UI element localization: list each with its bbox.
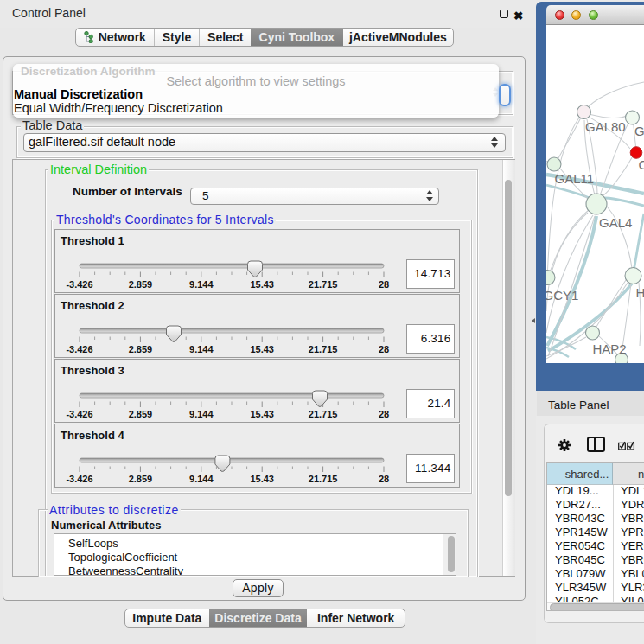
svg-text:15.43: 15.43: [250, 409, 274, 419]
svg-text:GAL4: GAL4: [599, 215, 632, 230]
svg-text:21.715: 21.715: [309, 279, 338, 290]
svg-text:GAL11: GAL11: [555, 171, 595, 186]
svg-text:9.144: 9.144: [189, 279, 214, 290]
svg-text:-3.426: -3.426: [66, 474, 92, 484]
svg-text:21.715: 21.715: [309, 344, 338, 354]
svg-text:C: C: [639, 157, 644, 172]
svg-text:15.43: 15.43: [250, 474, 274, 484]
svg-text:GAL80: GAL80: [585, 119, 626, 134]
svg-text:HA: HA: [636, 285, 644, 300]
svg-text:15.43: 15.43: [250, 279, 274, 290]
svg-text:15.43: 15.43: [250, 344, 274, 354]
svg-text:28: 28: [379, 344, 389, 354]
svg-text:2.859: 2.859: [129, 409, 153, 419]
svg-text:9.144: 9.144: [189, 474, 214, 484]
svg-text:2.859: 2.859: [129, 344, 153, 354]
svg-text:GCY1: GCY1: [546, 288, 578, 303]
svg-text:-3.426: -3.426: [66, 409, 92, 419]
svg-text:GA: GA: [634, 124, 644, 138]
svg-text:28: 28: [379, 409, 389, 419]
svg-text:28: 28: [379, 279, 389, 290]
svg-text:9.144: 9.144: [189, 409, 214, 419]
svg-text:2.859: 2.859: [129, 474, 153, 484]
svg-text:28: 28: [379, 474, 389, 484]
svg-text:21.715: 21.715: [309, 409, 338, 419]
svg-text:-3.426: -3.426: [66, 344, 92, 354]
svg-text:2.859: 2.859: [129, 279, 153, 290]
svg-text:21.715: 21.715: [309, 474, 338, 484]
svg-text:9.144: 9.144: [189, 344, 214, 354]
svg-text:-3.426: -3.426: [66, 279, 92, 290]
svg-text:HAP2: HAP2: [593, 341, 627, 356]
